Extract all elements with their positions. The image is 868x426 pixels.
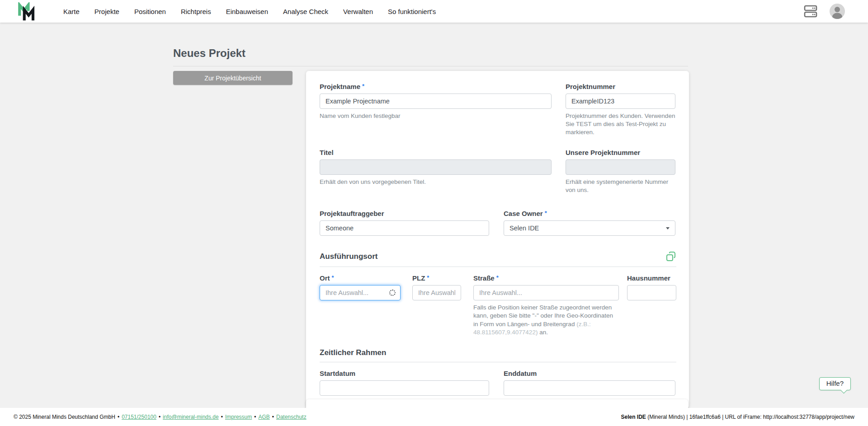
startdatum-label: Startdatum bbox=[320, 370, 489, 377]
footer-session-info: Selen IDE (Mineral Minds) | 16fae1ffc6a6… bbox=[621, 414, 855, 420]
help-button[interactable]: Hilfe? bbox=[819, 377, 851, 390]
nav-verwalten[interactable]: Verwalten bbox=[343, 8, 373, 15]
projektnummer-input[interactable] bbox=[566, 94, 675, 109]
page-content: Neues Projekt Zur Projektübersicht Proje… bbox=[0, 23, 868, 408]
spinner-icon bbox=[389, 290, 396, 296]
case-owner-select[interactable]: Selen IDE bbox=[504, 220, 675, 236]
footer-copyright: © 2025 Mineral Minds Deutschland GmbH bbox=[14, 414, 115, 420]
case-owner-selected-value: Selen IDE bbox=[509, 225, 539, 232]
chevron-down-icon bbox=[666, 227, 670, 229]
nav-einbauweisen[interactable]: Einbauweisen bbox=[226, 8, 268, 15]
plz-label: PLZ* bbox=[412, 274, 461, 282]
title-divider bbox=[173, 66, 688, 66]
unsere-projektnummer-label: Unsere Projektnummer bbox=[566, 149, 675, 156]
top-nav-bar: Karte Projekte Positionen Richtpreis Ein… bbox=[0, 0, 868, 23]
zeitlicher-rahmen-section-title: Zeitlicher Rahmen bbox=[320, 348, 386, 357]
footer-link-phone[interactable]: 07151/250100 bbox=[122, 414, 156, 420]
new-project-form-card: Projektname* Name vom Kunden festlegbar … bbox=[306, 71, 689, 408]
section-divider bbox=[320, 267, 676, 267]
titel-input bbox=[320, 159, 552, 175]
nav-karte[interactable]: Karte bbox=[63, 8, 80, 15]
unsere-projektnummer-input bbox=[566, 159, 675, 175]
footer-left: © 2025 Mineral Minds Deutschland GmbH•07… bbox=[14, 414, 307, 420]
help-button-label: Hilfe? bbox=[826, 379, 844, 387]
hausnummer-input[interactable] bbox=[627, 285, 676, 300]
projektname-help: Name vom Kunden festlegbar bbox=[320, 112, 552, 120]
user-avatar-icon[interactable] bbox=[829, 3, 845, 19]
unsere-projektnummer-help: Erhält eine systemgenerierte Nummer von … bbox=[566, 178, 675, 194]
page-title: Neues Projekt bbox=[173, 47, 688, 60]
ort-combobox[interactable] bbox=[320, 285, 401, 300]
ort-label: Ort* bbox=[320, 274, 401, 282]
projektauftraggeber-input[interactable] bbox=[320, 220, 489, 236]
titel-help: Erhält den von uns vorgegebenen Titel. bbox=[320, 178, 552, 186]
server-rack-icon[interactable] bbox=[804, 5, 817, 18]
plz-input[interactable] bbox=[412, 285, 461, 300]
mineral-minds-logo-icon[interactable] bbox=[16, 2, 37, 21]
ort-input[interactable] bbox=[321, 286, 389, 300]
footer: © 2025 Mineral Minds Deutschland GmbH•07… bbox=[0, 408, 868, 426]
required-asterisk: * bbox=[427, 274, 429, 281]
strasse-label: Straße* bbox=[473, 274, 619, 282]
enddatum-input[interactable] bbox=[504, 380, 675, 396]
hausnummer-label: Hausnummer bbox=[627, 274, 676, 282]
footer-link-email[interactable]: info@mineral-minds.de bbox=[163, 414, 219, 420]
nav-analyse-check[interactable]: Analyse Check bbox=[283, 8, 328, 15]
enddatum-label: Enddatum bbox=[504, 370, 675, 377]
ausfuehrungsort-section-title: Ausführungsort bbox=[320, 252, 377, 261]
projektname-label: Projektname* bbox=[320, 83, 552, 90]
case-owner-label: Case Owner* bbox=[504, 210, 675, 217]
nav-richtpreis[interactable]: Richtpreis bbox=[181, 8, 211, 15]
main-navigation: Karte Projekte Positionen Richtpreis Ein… bbox=[63, 8, 436, 15]
nav-positionen[interactable]: Positionen bbox=[134, 8, 166, 15]
section-divider bbox=[320, 362, 676, 362]
footer-link-agb[interactable]: AGB bbox=[258, 414, 269, 420]
copy-icon[interactable] bbox=[665, 251, 676, 262]
nav-so-funktionierts[interactable]: So funktioniert's bbox=[388, 8, 436, 15]
required-asterisk: * bbox=[545, 210, 547, 216]
titel-label: Titel bbox=[320, 149, 552, 156]
projektauftraggeber-label: Projektauftraggeber bbox=[320, 210, 489, 217]
required-asterisk: * bbox=[496, 274, 499, 281]
footer-link-impressum[interactable]: Impressum bbox=[225, 414, 252, 420]
strasse-input[interactable] bbox=[473, 285, 619, 300]
footer-link-datenschutz[interactable]: Datenschutz bbox=[276, 414, 307, 420]
projektname-input[interactable] bbox=[320, 94, 552, 109]
projektnummer-label: Projektnummer bbox=[566, 83, 675, 90]
projektnummer-help: Projektnummer des Kunden. Verwenden Sie … bbox=[566, 112, 675, 137]
back-to-project-overview-button[interactable]: Zur Projektübersicht bbox=[173, 71, 292, 85]
strasse-help: Falls die Position keiner Straße zugeord… bbox=[473, 304, 619, 337]
nav-projekte[interactable]: Projekte bbox=[94, 8, 119, 15]
startdatum-input[interactable] bbox=[320, 380, 489, 396]
required-asterisk: * bbox=[332, 274, 334, 281]
required-asterisk: * bbox=[362, 83, 364, 89]
